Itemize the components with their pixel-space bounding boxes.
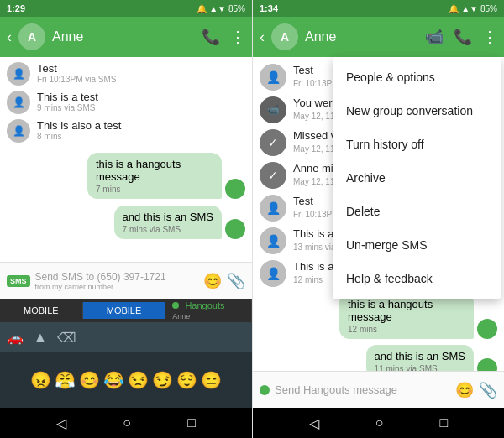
attach-icon[interactable]: 📎 xyxy=(227,272,245,290)
avatar: 👤 xyxy=(260,227,286,254)
msg-meta: 9 mins via SMS xyxy=(37,103,98,112)
table-row: this is a hangouts message 7 mins xyxy=(7,151,245,201)
voice-call-icon[interactable]: 📞 xyxy=(454,28,472,46)
avatar: 📹 xyxy=(260,96,286,123)
anne-label: Anne xyxy=(172,312,190,321)
left-messages-area: 👤 Test Fri 10:13PM via SMS 👤 This is a t… xyxy=(0,57,252,262)
left-contact-name[interactable]: Anne xyxy=(52,29,195,44)
autocomplete-item[interactable]: MOBILE xyxy=(0,302,83,319)
msg-content: Test Fri 10:13PM via SMS xyxy=(37,62,116,84)
right-back-nav-icon[interactable]: ◁ xyxy=(309,415,319,431)
message-input[interactable]: Send SMS to (650) 397-1721 xyxy=(35,271,198,283)
left-panel: 1:29 🔔 ▲▼ 85% ‹ A Anne 📞 ⋮ 👤 Test xyxy=(0,0,252,438)
left-input-area: SMS Send SMS to (650) 397-1721 from my c… xyxy=(0,262,252,299)
dropdown-turn-history-off[interactable]: Turn history off xyxy=(333,128,501,161)
avatar xyxy=(225,219,245,239)
right-home-nav-icon[interactable]: ○ xyxy=(375,415,384,430)
emoji-joy[interactable]: 😂 xyxy=(103,370,124,390)
avatar: 👤 xyxy=(260,64,286,91)
right-panel: 1:34 🔔 ▲▼ 85% ‹ A Anne 📹 📞 ⋮ 👤 Test Fri … xyxy=(252,0,504,438)
recent-nav-icon[interactable]: □ xyxy=(187,415,196,430)
avatar: 👤 xyxy=(7,91,30,114)
emoji-icon[interactable]: 😊 xyxy=(203,272,222,290)
emoji-smirk[interactable]: 😏 xyxy=(152,370,173,390)
network-icon: ▲▼ xyxy=(461,4,478,13)
left-nav-bar: ◁ ○ □ xyxy=(0,408,252,438)
dropdown-unmerge-sms[interactable]: Un-merge SMS xyxy=(333,228,501,262)
table-row: 👤 Test Fri 10:13PM via SMS xyxy=(7,62,245,86)
right-overflow-menu-icon[interactable]: ⋮ xyxy=(482,28,497,46)
msg-meta: 11 mins via SMS xyxy=(375,364,465,371)
emoji-keyboard: 😠 😤 😊 😂 😒 😏 😌 😑 xyxy=(0,352,252,408)
avatar: ✓ xyxy=(260,129,286,156)
left-contact-avatar[interactable]: A xyxy=(18,23,45,50)
emoji-relieved[interactable]: 😌 xyxy=(176,370,197,390)
avatar: 👤 xyxy=(260,260,286,287)
avatar xyxy=(225,179,245,199)
msg-text: and this is an SMS xyxy=(123,211,213,223)
home-nav-icon[interactable]: ○ xyxy=(123,415,131,430)
emoji-expressionless[interactable]: 😑 xyxy=(201,370,222,390)
person-icon: 👤 xyxy=(266,70,281,84)
dropdown-new-group-conversation[interactable]: New group conversation xyxy=(333,94,501,128)
msg-meta: Fri 10:13PM via SMS xyxy=(37,75,116,84)
avatar xyxy=(477,319,497,339)
right-contact-name[interactable]: Anne xyxy=(305,29,418,44)
up-arrow-icon[interactable]: ▲ xyxy=(34,330,47,345)
right-emoji-icon[interactable]: 😊 xyxy=(455,381,474,399)
person-icon: 👤 xyxy=(266,267,281,280)
autocomplete-item-selected[interactable]: MOBILE xyxy=(83,302,166,319)
call-icon[interactable]: 📞 xyxy=(202,28,220,46)
dropdown-people-options[interactable]: People & options xyxy=(333,60,501,94)
left-back-button[interactable]: ‹ xyxy=(7,29,12,46)
car-icon[interactable]: 🚗 xyxy=(7,330,24,346)
battery-icon: 85% xyxy=(228,4,245,13)
msg-text: Test xyxy=(37,62,116,75)
msg-meta: 7 mins via SMS xyxy=(123,225,213,234)
msg-text: this is a hangouts message xyxy=(96,158,181,183)
table-row: 👤 This is a test 9 mins via SMS xyxy=(7,91,245,114)
right-attach-icon[interactable]: 📎 xyxy=(479,381,497,399)
dropdown-help-feedback[interactable]: Help & feedback xyxy=(333,262,501,295)
msg-meta: 7 mins xyxy=(96,185,213,194)
battery-icon: 85% xyxy=(480,4,497,13)
left-status-icons: 🔔 ▲▼ 85% xyxy=(197,4,245,13)
dropdown-delete[interactable]: Delete xyxy=(333,195,501,228)
emoji-smile[interactable]: 😊 xyxy=(79,370,100,390)
avatar: 👤 xyxy=(7,62,30,86)
outgoing-bubble: this is a hangouts message 12 mins xyxy=(339,293,474,339)
dropdown-archive[interactable]: Archive xyxy=(333,161,501,195)
left-app-bar-icons: 📞 ⋮ xyxy=(202,28,245,46)
signal-icon: 🔔 xyxy=(449,4,459,13)
outgoing-bubble: and this is an SMS 7 mins via SMS xyxy=(114,206,222,239)
right-recent-nav-icon[interactable]: □ xyxy=(439,415,448,430)
avatar xyxy=(477,358,497,371)
back-nav-icon[interactable]: ◁ xyxy=(56,415,66,431)
autocomplete-bar: MOBILE MOBILE Hangouts Anne xyxy=(0,299,252,322)
msg-content: This is a test 9 mins via SMS xyxy=(37,91,98,112)
backspace-icon[interactable]: ⌫ xyxy=(57,330,76,346)
person-icon: 👤 xyxy=(13,125,25,137)
network-icon: ▲▼ xyxy=(209,4,226,13)
avatar: 👤 xyxy=(7,119,30,143)
emoji-unamused[interactable]: 😒 xyxy=(128,370,149,390)
signal-icon: 🔔 xyxy=(197,4,207,13)
msg-text: This is a test xyxy=(37,91,98,103)
msg-meta: 12 mins xyxy=(348,325,465,334)
video-call-icon[interactable]: 📹 xyxy=(425,28,444,46)
table-row: and this is an SMS 7 mins via SMS xyxy=(7,204,245,241)
hangouts-message-input[interactable]: Send Hangouts message xyxy=(275,383,450,396)
overflow-menu-icon[interactable]: ⋮ xyxy=(230,28,245,46)
msg-text: This is also a test xyxy=(37,119,121,132)
emoji-angry[interactable]: 😠 xyxy=(30,370,51,390)
input-sub: from my carrier number xyxy=(35,283,198,291)
check-icon: ✓ xyxy=(268,169,278,182)
keyboard-area: MOBILE MOBILE Hangouts Anne 🚗 ▲ ⌫ 😠 😤 😊 … xyxy=(0,299,252,408)
msg-text: and this is an SMS xyxy=(375,350,465,362)
list-item: and this is an SMS 11 mins via SMS xyxy=(260,343,497,371)
autocomplete-hangouts[interactable]: Hangouts Anne xyxy=(165,299,252,324)
emoji-steam[interactable]: 😤 xyxy=(55,370,76,390)
right-contact-avatar[interactable]: A xyxy=(271,23,298,50)
right-back-button[interactable]: ‹ xyxy=(260,29,265,46)
person-icon: 👤 xyxy=(13,96,25,108)
